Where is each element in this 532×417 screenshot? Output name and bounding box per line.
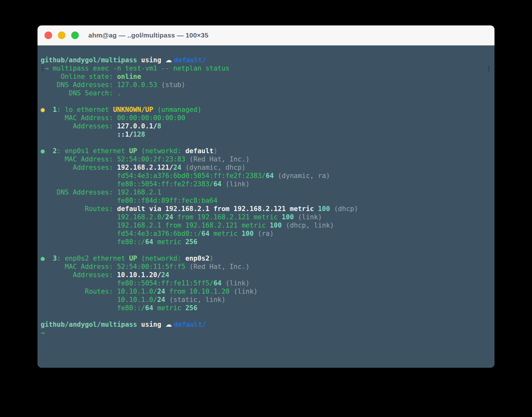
terminal-text-segment: github/andygol/multipass <box>41 321 141 328</box>
terminal-text-segment: (link) <box>234 288 258 295</box>
terminal-text-segment: (link) <box>222 180 250 188</box>
terminal-text-segment: UP <box>129 147 137 155</box>
traffic-lights <box>44 31 79 39</box>
terminal-text-segment: ) <box>209 255 214 262</box>
terminal-text-segment: 127.0.0.1/ <box>117 122 157 130</box>
terminal-text-segment: UNKNOWN/UP <box>113 106 153 113</box>
terminal-text-segment: 256 <box>185 238 197 246</box>
terminal-text-segment: 192.168.2.121/ <box>117 164 173 171</box>
terminal-text-segment: (unmanaged) <box>153 106 201 113</box>
terminal-text-segment: 100 <box>242 230 254 237</box>
terminal-line: DNS Addresses: 127.0.0.53 (stub) <box>41 81 491 89</box>
terminal-line: Routes: 10.10.1.0/24 from 10.10.1.20 (li… <box>41 287 491 296</box>
terminal-line <box>41 312 491 320</box>
terminal-text-segment: DNS Addresses: 127.0.0.53 <box>41 81 161 89</box>
terminal-text-segment: MAC Address: 52:54:00:2f:23:83 <box>41 155 189 163</box>
terminal-line: Addresses: 10.10.1.20/24 <box>41 271 491 279</box>
window-title: ahm@ag — ..gol/multipass — 100×35 <box>88 31 208 39</box>
terminal-text-segment: 2 <box>53 147 57 155</box>
terminal-text-segment: github/andygol/multipass <box>41 56 141 64</box>
terminal-text-segment: 10.10.1.0/ <box>41 296 157 304</box>
terminal-text-segment: fe80::/ <box>41 304 145 312</box>
terminal-text-segment: 192.168.2.0/ <box>41 213 165 221</box>
terminal-content[interactable]: github/andygol/multipass using ☁ default… <box>38 45 494 368</box>
terminal-line: MAC Address: 52:54:00:2f:23:83 (Red Hat,… <box>41 155 491 163</box>
terminal-line: 192.168.2.1 from 192.168.2.121 metric 10… <box>41 221 491 229</box>
terminal-text-segment <box>45 147 53 155</box>
desktop-background: ahm@ag — ..gol/multipass — 100×35 github… <box>0 0 532 417</box>
terminal-text-segment: DNS Addresses: 192.168.2.1 <box>41 188 161 196</box>
terminal-text-segment: fe80::/ <box>41 238 145 246</box>
terminal-line: fe80::/64 metric 256 <box>41 238 491 246</box>
terminal-text-segment: 24 <box>157 288 165 295</box>
terminal-text-segment: 24 <box>157 296 165 304</box>
terminal-text-segment: default via 192.168.2.1 from 192.168.2.1… <box>117 205 318 213</box>
terminal-text-segment: 64 <box>145 304 153 312</box>
terminal-text-segment: (Red Hat, Inc.) <box>189 263 250 270</box>
terminal-text-segment: ) <box>214 147 218 155</box>
terminal-text-segment: metric <box>153 238 185 246</box>
terminal-line: Addresses: 127.0.0.1/8 <box>41 122 491 130</box>
right-prompt-bracket: ] <box>487 64 491 72</box>
terminal-text-segment: default <box>185 147 214 155</box>
minimize-button[interactable] <box>58 31 65 39</box>
terminal-line: Routes: default via 192.168.2.1 from 192… <box>41 205 491 213</box>
terminal-text-segment: 100 <box>270 222 282 229</box>
terminal-line: MAC Address: 00:00:00:00:00:00 <box>41 114 491 122</box>
terminal-line: MAC Address: 52:54:00:11:5f:f5 (Red Hat,… <box>41 263 491 271</box>
terminal-text-segment: : enp0s2 ethernet <box>57 255 129 262</box>
status-dot: ● <box>41 255 45 262</box>
terminal-text-segment: 64 <box>214 279 222 287</box>
terminal-text-segment: online <box>117 73 141 80</box>
terminal-text-segment: 64 <box>201 230 209 237</box>
terminal-line <box>41 139 491 147</box>
window-titlebar[interactable]: ahm@ag — ..gol/multipass — 100×35 <box>38 25 494 45</box>
terminal-text-segment: UP <box>129 255 137 262</box>
zoom-button[interactable] <box>71 31 79 39</box>
terminal-line: Online state: online <box>41 72 491 81</box>
cloud-icon: ☁ <box>165 56 174 64</box>
terminal-text-segment: 100 <box>282 213 294 221</box>
terminal-line: ● 1: lo ethernet UNKNOWN/UP (unmanaged) <box>41 106 491 114</box>
terminal-line: fe80::5054:ff:fe11:5ff5/64 (link) <box>41 279 491 287</box>
terminal-line <box>41 246 491 254</box>
terminal-text-segment: 128 <box>133 131 145 138</box>
terminal-text-segment: 8 <box>157 122 161 130</box>
terminal-line: 10.10.1.0/24 (static, link) <box>41 296 491 304</box>
terminal-line: fe80::5054:ff:fe2f:2383/64 (link) <box>41 180 491 188</box>
terminal-text-segment: 64 <box>266 172 274 180</box>
terminal-text-segment: (ra) <box>254 230 274 237</box>
terminal-line: DNS Search: . <box>41 89 491 97</box>
terminal-text-segment: default/ <box>174 321 206 328</box>
terminal-text-segment: : enp0s1 ethernet <box>57 147 129 155</box>
terminal-text-segment: (dynamic, ra) <box>274 172 330 180</box>
terminal-line: DNS Addresses: 192.168.2.1 <box>41 188 491 196</box>
prompt-arrow: → <box>45 64 53 72</box>
terminal-text-segment <box>41 131 117 138</box>
terminal-text-segment: Addresses: <box>41 122 117 130</box>
terminal-text-segment: 10.10.1.20/ <box>117 271 161 279</box>
terminal-text-segment: default/ <box>174 56 206 64</box>
terminal-line: github/andygol/multipass using ☁ default… <box>41 56 491 64</box>
terminal-text-segment: fe80::5054:ff:fe11:5ff5/ <box>41 279 214 287</box>
terminal-text-segment: (dynamic, dhcp) <box>181 164 246 171</box>
terminal-line: → <box>41 329 491 337</box>
close-button[interactable] <box>44 31 52 39</box>
terminal-text-segment: metric <box>153 304 185 312</box>
terminal-text-segment: (dhcp) <box>330 205 358 213</box>
terminal-text-segment: 64 <box>145 238 153 246</box>
terminal-text-segment: 192.168.2.1 from 192.168.2.121 metric <box>41 222 270 229</box>
terminal-text-segment: (dhcp, link) <box>282 222 334 229</box>
status-dot: ● <box>41 147 45 155</box>
terminal-text-segment: MAC Address: 52:54:00:11:5f:f5 <box>41 263 189 270</box>
prompt-arrow: → <box>41 329 45 337</box>
terminal-text-segment: 24 <box>173 164 181 171</box>
terminal-text-segment: Addresses: <box>41 271 117 279</box>
terminal-text-segment <box>45 106 53 113</box>
terminal-line <box>41 97 491 106</box>
terminal-text-segment: from 192.168.2.121 metric <box>173 213 282 221</box>
terminal-text-segment <box>45 255 53 262</box>
terminal-text-segment: (networkd: <box>137 147 185 155</box>
terminal-text-segment: 64 <box>214 180 222 188</box>
terminal-line: fd54:4e3:a376:6bd0:5054:ff:fe2f:2383/64 … <box>41 172 491 180</box>
